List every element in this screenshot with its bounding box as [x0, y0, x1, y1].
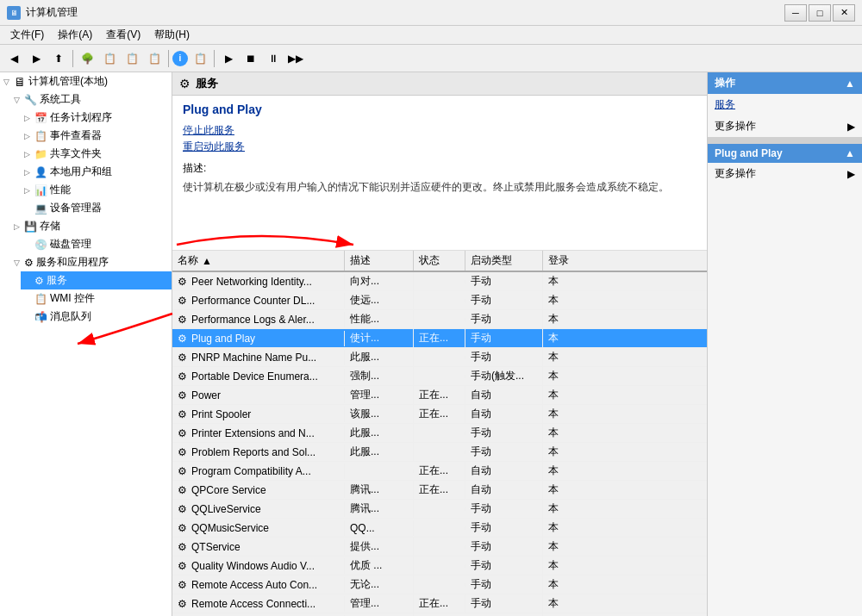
- menu-view[interactable]: 查看(V): [99, 26, 147, 44]
- service-row[interactable]: ⚙ QPCore Service 腾讯... 正在... 自动 本: [172, 481, 707, 500]
- col-header-desc[interactable]: 描述: [345, 251, 414, 271]
- services-header: ⚙ 服务: [172, 72, 707, 96]
- play-button[interactable]: ▶: [218, 48, 239, 69]
- service-icon: ⚙: [178, 333, 187, 345]
- toolbar-btn2[interactable]: 📋: [99, 48, 120, 69]
- service-row[interactable]: ⚙ QTService 提供... 手动 本: [172, 538, 707, 557]
- right-services-link[interactable]: 服务: [708, 94, 862, 115]
- service-login-cell: 本: [543, 519, 595, 537]
- service-row[interactable]: ⚙ Peer Networking Identity... 向对... 手动 本: [172, 272, 707, 291]
- service-row[interactable]: ⚙ Remote Access Connecti... 管理... 正在... …: [172, 594, 707, 613]
- service-status-cell: [414, 299, 465, 302]
- service-name-cell: ⚙ PNRP Machine Name Pu...: [172, 350, 345, 365]
- forward-button[interactable]: ▶: [26, 48, 47, 69]
- service-name-cell: ⚙ QQLiveService: [172, 501, 345, 517]
- tree-shared-folders[interactable]: ▷ 📁 共享文件夹: [21, 145, 172, 163]
- stop-button[interactable]: ⏹: [240, 48, 261, 69]
- service-login-cell: 本: [543, 481, 595, 499]
- tree-services-label: 服务: [47, 273, 67, 288]
- tree-device-manager[interactable]: 💻 设备管理器: [21, 199, 172, 217]
- close-button[interactable]: ✕: [833, 4, 855, 22]
- service-name-cell: ⚙ Performance Counter DL...: [172, 293, 345, 308]
- service-row[interactable]: ⚙ QQMusicService QQ... 手动 本: [172, 519, 707, 538]
- service-row[interactable]: ⚙ Performance Logs & Aler... 性能... 手动 本: [172, 310, 707, 329]
- tree-mq[interactable]: 📬 消息队列: [21, 308, 172, 326]
- service-row[interactable]: ⚙ Quality Windows Audio V... 优质 ... 手动 本: [172, 557, 707, 576]
- menu-file[interactable]: 文件(F): [3, 26, 51, 44]
- service-row[interactable]: ⚙ Problem Reports and Sol... 此服... 手动 本: [172, 443, 707, 462]
- service-row[interactable]: ⚙ Power 管理... 正在... 自动 本: [172, 386, 707, 405]
- service-row[interactable]: ⚙ PNRP Machine Name Pu... 此服... 手动 本: [172, 348, 707, 367]
- service-name-cell: ⚙ Performance Logs & Aler...: [172, 312, 345, 327]
- service-desc-cell: 无论...: [345, 576, 414, 594]
- service-row[interactable]: ⚙ Printer Extensions and N... 此服... 手动 本: [172, 424, 707, 443]
- service-row[interactable]: ⚙ Print Spooler 该服... 正在... 自动 本: [172, 405, 707, 424]
- tree-task-label: 任务计划程序: [50, 110, 112, 125]
- tree-disk-mgmt[interactable]: 💿 磁盘管理: [21, 235, 172, 253]
- tree-services[interactable]: ⚙ 服务: [21, 271, 172, 289]
- service-name-cell: ⚙ Printer Extensions and N...: [172, 426, 345, 441]
- service-row[interactable]: ⚙ Remote Access Auto Con... 无论... 手动 本: [172, 576, 707, 594]
- tree-wmi[interactable]: 📋 WMI 控件: [21, 289, 172, 308]
- service-startup-cell: 手动: [465, 576, 543, 594]
- maximize-button[interactable]: □: [809, 4, 831, 22]
- service-startup-cell: 手动: [465, 329, 543, 347]
- right-section1-header[interactable]: 操作 ▲: [708, 72, 862, 94]
- menu-help[interactable]: 帮助(H): [147, 26, 197, 44]
- service-status-cell: [414, 451, 465, 454]
- up-button[interactable]: ⬆: [48, 48, 69, 69]
- right-panel-gap: [708, 137, 862, 144]
- right-section2-header[interactable]: Plug and Play ▲: [708, 144, 862, 163]
- col-header-startup[interactable]: 启动类型: [465, 251, 543, 271]
- desc-title: 描述:: [183, 161, 696, 176]
- service-row[interactable]: ⚙ Performance Counter DL... 使远... 手动 本: [172, 291, 707, 310]
- col-header-login[interactable]: 登录: [543, 251, 595, 271]
- service-desc-cell: 提供...: [345, 538, 414, 556]
- back-button[interactable]: ◀: [3, 48, 24, 69]
- tree-system-tools[interactable]: ▽ 🔧 系统工具: [10, 90, 172, 109]
- toolbar-sep2: [168, 50, 169, 67]
- service-startup-cell: 手动(触发...: [465, 367, 543, 385]
- tree-storage[interactable]: ▷ 💾 存储: [10, 217, 172, 235]
- show-hide-tree[interactable]: 🌳: [77, 48, 97, 69]
- toolbar-btn5[interactable]: 📋: [190, 48, 210, 69]
- service-icon: ⚙: [178, 446, 187, 458]
- right-more-actions1[interactable]: 更多操作 ▶: [708, 115, 862, 137]
- restart-button[interactable]: ▶▶: [285, 48, 306, 69]
- service-status-cell: [414, 564, 465, 568]
- menu-action[interactable]: 操作(A): [51, 26, 99, 44]
- col-header-status[interactable]: 状态: [414, 251, 465, 271]
- service-status-cell: 正在...: [414, 594, 465, 613]
- service-status-cell: [414, 356, 465, 359]
- toolbar-btn3[interactable]: 📋: [122, 48, 142, 69]
- tree-local-users[interactable]: ▷ 👤 本地用户和组: [21, 163, 172, 181]
- info-button[interactable]: i: [172, 51, 188, 66]
- service-row[interactable]: ⚙ Program Compatibility A... 正在... 自动 本: [172, 462, 707, 481]
- pause-button[interactable]: ⏸: [263, 48, 284, 69]
- service-icon: ⚙: [178, 408, 187, 420]
- tree-event-viewer[interactable]: ▷ 📋 事件查看器: [21, 127, 172, 145]
- service-icon: ⚙: [178, 560, 187, 572]
- right-more1-arrow: ▶: [847, 121, 855, 133]
- service-status-cell: [414, 318, 465, 321]
- toolbar-btn4[interactable]: 📋: [144, 48, 165, 69]
- tree-root[interactable]: ▽ 🖥 计算机管理(本地): [0, 72, 172, 90]
- service-login-cell: 本: [543, 272, 595, 290]
- service-row[interactable]: ⚙ Plug and Play 使计... 正在... 手动 本: [172, 329, 707, 348]
- tree-services-apps[interactable]: ▽ ⚙ 服务和应用程序: [10, 253, 172, 271]
- minimize-button[interactable]: ─: [784, 4, 807, 22]
- toolbar-sep1: [72, 50, 73, 67]
- right-section1-title: 操作: [715, 76, 735, 90]
- restart-service-link[interactable]: 重启动此服务: [183, 140, 696, 154]
- service-row[interactable]: ⚙ Portable Device Enumera... 强制... 手动(触发…: [172, 367, 707, 386]
- service-login-cell: 本: [543, 291, 595, 309]
- service-row[interactable]: ⚙ QQLiveService 腾讯... 手动 本: [172, 500, 707, 519]
- service-startup-cell: 手动: [465, 443, 543, 461]
- col-header-name[interactable]: 名称 ▲: [172, 251, 345, 271]
- right-more-actions2[interactable]: 更多操作 ▶: [708, 163, 862, 184]
- tree-task-scheduler[interactable]: ▷ 📅 任务计划程序: [21, 109, 172, 127]
- stop-service-link[interactable]: 停止此服务: [183, 123, 696, 138]
- tree-performance[interactable]: ▷ 📊 性能: [21, 181, 172, 199]
- service-login-cell: 本: [543, 462, 595, 480]
- info-panel: Plug and Play 停止此服务 重启动此服务 描述: 使计算机在极少或没…: [172, 96, 707, 251]
